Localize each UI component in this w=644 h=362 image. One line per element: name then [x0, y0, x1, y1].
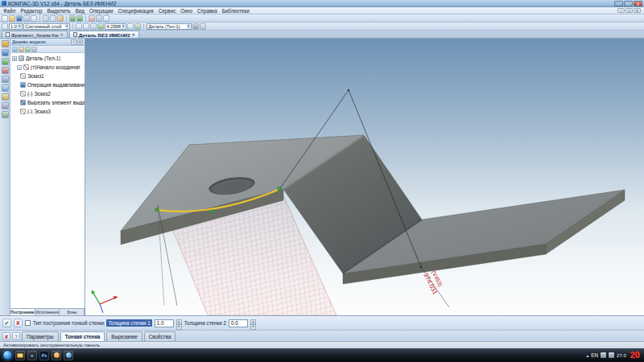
- compact-panel-button[interactable]: [2, 93, 9, 101]
- sketch-point[interactable]: [155, 208, 158, 211]
- wireframe-mode-icon[interactable]: [200, 23, 206, 30]
- cut-icon[interactable]: [43, 15, 49, 22]
- menu-help[interactable]: Справка: [197, 8, 217, 14]
- scale-combo[interactable]: 1.0 ▾: [9, 23, 23, 30]
- close-button[interactable]: ✕: [634, 1, 642, 6]
- properties-icon[interactable]: [96, 15, 102, 22]
- compact-panel-button[interactable]: [2, 76, 9, 83]
- tree-tab-versions[interactable]: Исполнения: [35, 309, 60, 315]
- doc-minimize-button[interactable]: –: [617, 8, 625, 13]
- copy-icon[interactable]: [50, 15, 56, 22]
- print-icon[interactable]: [23, 15, 30, 22]
- chevron-down-icon[interactable]: ▾: [122, 24, 125, 29]
- pan-icon[interactable]: [90, 23, 97, 30]
- compact-panel-button[interactable]: [2, 84, 9, 92]
- wall1-input[interactable]: 1.0: [155, 319, 174, 327]
- collapse-icon[interactable]: ▾: [12, 56, 17, 61]
- help-command-icon[interactable]: ?: [12, 332, 20, 340]
- menu-view[interactable]: Вид: [76, 8, 85, 14]
- zoom-out-icon[interactable]: [83, 23, 89, 30]
- paste-icon[interactable]: [57, 15, 64, 22]
- menu-libraries[interactable]: Библиотеки: [222, 8, 250, 14]
- viewport-canvas[interactable]: 374.031 (V453): [85, 39, 644, 315]
- spin-down-icon[interactable]: ▼: [250, 324, 256, 330]
- layer-combo[interactable]: Системный слой ▾: [23, 23, 70, 30]
- tree-item-origin[interactable]: + (т)Начало координат: [10, 63, 85, 72]
- compact-panel-button[interactable]: [2, 111, 9, 118]
- menu-window[interactable]: Окно: [180, 8, 192, 14]
- shading-mode-icon[interactable]: [192, 23, 199, 30]
- refresh-icon[interactable]: [134, 23, 141, 30]
- compact-panel-button[interactable]: [2, 40, 9, 47]
- tray-clock[interactable]: 27.0: [617, 353, 626, 358]
- tree-item-part[interactable]: ▾ Деталь (Тел-1): [10, 54, 85, 63]
- viewport[interactable]: 374.031 (V453): [85, 39, 644, 315]
- sketch-point[interactable]: [278, 187, 280, 190]
- tab-close-icon[interactable]: ✕: [60, 32, 64, 37]
- zoom-area-icon[interactable]: [127, 23, 134, 30]
- step-combo[interactable]: 4.2998 ▾: [105, 23, 126, 30]
- sketch-point[interactable]: [211, 210, 213, 212]
- panel-close-icon[interactable]: ✕: [77, 39, 83, 45]
- rotate-view-icon[interactable]: [97, 23, 104, 30]
- create-object-icon[interactable]: ✔: [2, 319, 11, 327]
- wall2-input[interactable]: 0.0: [229, 319, 248, 327]
- menu-select[interactable]: Выделить: [47, 8, 71, 14]
- minimize-button[interactable]: –: [614, 1, 623, 6]
- interrupt-command-icon[interactable]: ✘: [14, 319, 23, 327]
- wall1-stepper[interactable]: ▲ ▼: [176, 319, 182, 327]
- tree-item-sketch3[interactable]: (-) Эскиз3: [10, 107, 85, 116]
- maximize-button[interactable]: □: [624, 1, 633, 6]
- menu-specification[interactable]: Спецификация: [118, 8, 154, 14]
- wall-type-checkbox[interactable]: [25, 320, 31, 326]
- current-style-icon[interactable]: [2, 23, 8, 30]
- expand-icon[interactable]: +: [17, 65, 22, 70]
- chevron-down-icon[interactable]: ▾: [187, 24, 190, 29]
- stop-command-icon[interactable]: ✘: [2, 332, 10, 340]
- tree-composition-icon[interactable]: [19, 47, 24, 52]
- compact-panel-button[interactable]: [2, 67, 9, 74]
- prop-tab-cutting[interactable]: Вырезание: [106, 331, 142, 341]
- tray-network-icon[interactable]: [609, 352, 614, 358]
- menu-operations[interactable]: Операции: [89, 8, 113, 14]
- tab-close-icon[interactable]: ✕: [132, 32, 135, 37]
- wall1-label[interactable]: Толщина стенки 1: [106, 319, 151, 327]
- tray-chevron-icon[interactable]: ▴: [587, 353, 589, 358]
- chevron-down-icon[interactable]: ▾: [18, 24, 21, 29]
- start-button[interactable]: [2, 350, 13, 360]
- explorer-icon[interactable]: [15, 351, 25, 360]
- save-icon[interactable]: [16, 15, 23, 22]
- wall2-stepper[interactable]: ▲ ▼: [250, 319, 256, 327]
- help-icon[interactable]: [103, 15, 109, 22]
- menu-service[interactable]: Сервис: [159, 8, 176, 14]
- compact-panel-button[interactable]: [2, 58, 9, 65]
- compact-panel-button[interactable]: [2, 49, 9, 56]
- menu-editor[interactable]: Редактор: [20, 8, 42, 14]
- tree-tab-zones[interactable]: Зоны: [60, 309, 85, 315]
- tree-item-extrude[interactable]: Операция выдавливания: [10, 80, 85, 89]
- tree-item-sketch2[interactable]: (-) Эскиз2: [10, 89, 85, 98]
- tree-structure-icon[interactable]: [12, 47, 18, 52]
- compact-panel-button[interactable]: [2, 102, 9, 109]
- kompas-taskbar-icon[interactable]: [64, 351, 73, 360]
- preview-icon[interactable]: [31, 15, 37, 22]
- doc-close-button[interactable]: ✕: [634, 8, 641, 13]
- tree-item-cut-extrude[interactable]: Вырезать элемент выдав: [10, 98, 85, 107]
- open-icon[interactable]: [9, 15, 15, 22]
- photoshop-icon[interactable]: Ps: [39, 351, 49, 360]
- pin-icon[interactable]: ▪: [71, 39, 76, 45]
- chevron-down-icon[interactable]: ▾: [65, 24, 68, 29]
- browser-icon[interactable]: e: [27, 351, 37, 360]
- prop-tab-thin-wall[interactable]: Тонкая стенка: [60, 331, 105, 341]
- new-document-icon[interactable]: [2, 15, 8, 22]
- tree-relations-icon[interactable]: [25, 47, 31, 52]
- tab-fragment[interactable]: Фрагмент_безим.frw ✕: [2, 31, 68, 38]
- spin-down-icon[interactable]: ▼: [176, 324, 182, 330]
- variable-manager-icon[interactable]: [89, 15, 95, 22]
- prop-tab-parameters[interactable]: Параметры: [22, 331, 59, 341]
- prop-tab-properties[interactable]: Свойства: [144, 331, 176, 341]
- menu-file[interactable]: Файл: [3, 8, 15, 14]
- zoom-in-icon[interactable]: [76, 23, 82, 30]
- language-indicator[interactable]: EN: [591, 352, 598, 358]
- undo-icon[interactable]: [69, 15, 76, 22]
